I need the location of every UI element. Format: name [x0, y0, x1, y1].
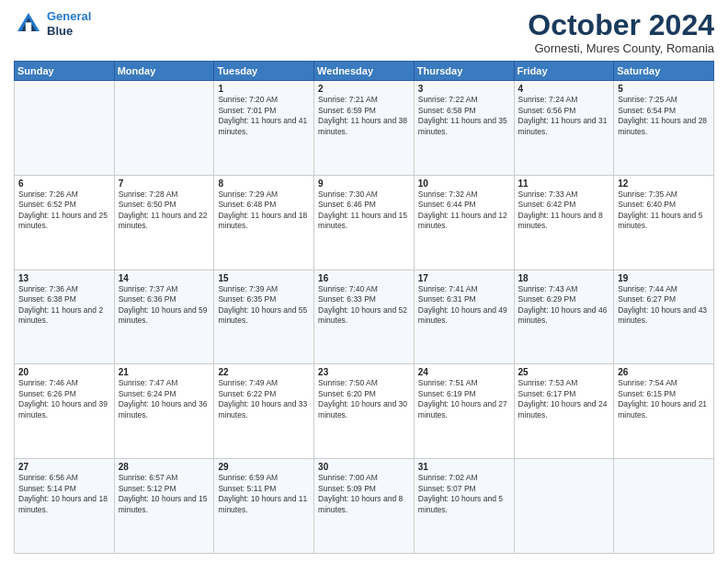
- calendar-cell: [15, 81, 115, 176]
- weekday-header-monday: Monday: [114, 62, 214, 81]
- day-number: 2: [318, 84, 410, 94]
- week-row-2: 6Sunrise: 7:26 AMSunset: 6:52 PMDaylight…: [15, 175, 714, 270]
- day-number: 3: [418, 84, 510, 94]
- cell-info: Sunrise: 7:35 AMSunset: 6:40 PMDaylight:…: [618, 190, 710, 232]
- day-number: 10: [418, 178, 510, 189]
- title-block: October 2024 Gornesti, Mures County, Rom…: [528, 9, 714, 55]
- day-number: 11: [518, 178, 610, 189]
- cell-info: Sunrise: 7:26 AMSunset: 6:52 PMDaylight:…: [18, 190, 110, 232]
- day-number: 5: [618, 84, 710, 94]
- logo-icon: [14, 9, 43, 39]
- calendar-cell: 15Sunrise: 7:39 AMSunset: 6:35 PMDayligh…: [214, 270, 314, 364]
- day-number: 13: [18, 273, 110, 283]
- cell-info: Sunrise: 7:53 AMSunset: 6:17 PMDaylight:…: [518, 378, 610, 420]
- day-number: 1: [218, 84, 310, 94]
- calendar-cell: 20Sunrise: 7:46 AMSunset: 6:26 PMDayligh…: [15, 364, 115, 459]
- day-number: 19: [618, 273, 710, 283]
- weekday-header-thursday: Thursday: [414, 62, 514, 81]
- day-number: 28: [119, 462, 210, 472]
- calendar-cell: 3Sunrise: 7:22 AMSunset: 6:58 PMDaylight…: [414, 81, 514, 176]
- weekday-header-sunday: Sunday: [15, 62, 115, 81]
- calendar-cell: 5Sunrise: 7:25 AMSunset: 6:54 PMDaylight…: [614, 81, 714, 176]
- calendar-cell: 18Sunrise: 7:43 AMSunset: 6:29 PMDayligh…: [514, 270, 614, 364]
- calendar-cell: 30Sunrise: 7:00 AMSunset: 5:09 PMDayligh…: [314, 459, 415, 554]
- calendar-cell: 1Sunrise: 7:20 AMSunset: 7:01 PMDaylight…: [214, 81, 314, 176]
- cell-info: Sunrise: 6:56 AMSunset: 5:14 PMDaylight:…: [18, 473, 110, 515]
- calendar-cell: 21Sunrise: 7:47 AMSunset: 6:24 PMDayligh…: [114, 364, 214, 459]
- calendar-cell: 8Sunrise: 7:29 AMSunset: 6:48 PMDaylight…: [214, 175, 314, 270]
- weekday-header-wednesday: Wednesday: [314, 62, 415, 81]
- cell-info: Sunrise: 7:25 AMSunset: 6:54 PMDaylight:…: [618, 95, 710, 137]
- cell-info: Sunrise: 7:44 AMSunset: 6:27 PMDaylight:…: [618, 284, 710, 327]
- logo: General Blue: [14, 9, 91, 39]
- cell-info: Sunrise: 7:00 AMSunset: 5:09 PMDaylight:…: [318, 473, 410, 515]
- week-row-4: 20Sunrise: 7:46 AMSunset: 6:26 PMDayligh…: [15, 364, 714, 459]
- day-number: 9: [318, 178, 410, 189]
- day-number: 30: [318, 462, 410, 472]
- day-number: 4: [518, 84, 610, 94]
- week-row-1: 1Sunrise: 7:20 AMSunset: 7:01 PMDaylight…: [15, 81, 714, 176]
- cell-info: Sunrise: 7:32 AMSunset: 6:44 PMDaylight:…: [418, 190, 510, 232]
- day-number: 29: [218, 462, 310, 472]
- cell-info: Sunrise: 7:46 AMSunset: 6:26 PMDaylight:…: [18, 378, 110, 420]
- day-number: 31: [418, 462, 510, 472]
- month-title: October 2024: [528, 9, 714, 41]
- cell-info: Sunrise: 7:41 AMSunset: 6:31 PMDaylight:…: [418, 284, 510, 327]
- cell-info: Sunrise: 7:50 AMSunset: 6:20 PMDaylight:…: [318, 378, 410, 420]
- cell-info: Sunrise: 7:33 AMSunset: 6:42 PMDaylight:…: [518, 190, 610, 232]
- day-number: 25: [518, 367, 610, 377]
- day-number: 24: [418, 367, 510, 377]
- day-number: 6: [18, 178, 110, 189]
- cell-info: Sunrise: 7:49 AMSunset: 6:22 PMDaylight:…: [218, 378, 310, 420]
- location: Gornesti, Mures County, Romania: [528, 41, 714, 55]
- weekday-header-row: SundayMondayTuesdayWednesdayThursdayFrid…: [15, 62, 714, 81]
- day-number: 21: [119, 367, 210, 377]
- day-number: 16: [318, 273, 410, 283]
- calendar-cell: 4Sunrise: 7:24 AMSunset: 6:56 PMDaylight…: [514, 81, 614, 176]
- week-row-5: 27Sunrise: 6:56 AMSunset: 5:14 PMDayligh…: [15, 459, 714, 554]
- day-number: 8: [218, 178, 310, 189]
- cell-info: Sunrise: 6:57 AMSunset: 5:12 PMDaylight:…: [119, 473, 210, 515]
- day-number: 18: [518, 273, 610, 283]
- cell-info: Sunrise: 7:43 AMSunset: 6:29 PMDaylight:…: [518, 284, 610, 327]
- calendar-cell: [614, 459, 714, 554]
- calendar-cell: 14Sunrise: 7:37 AMSunset: 6:36 PMDayligh…: [114, 270, 214, 364]
- calendar-cell: 10Sunrise: 7:32 AMSunset: 6:44 PMDayligh…: [414, 175, 514, 270]
- logo-text: General Blue: [47, 9, 91, 38]
- cell-info: Sunrise: 7:02 AMSunset: 5:07 PMDaylight:…: [418, 473, 510, 515]
- calendar-page: General Blue October 2024 Gornesti, Mure…: [0, 0, 728, 563]
- cell-info: Sunrise: 7:29 AMSunset: 6:48 PMDaylight:…: [218, 190, 310, 232]
- cell-info: Sunrise: 7:28 AMSunset: 6:50 PMDaylight:…: [119, 190, 210, 232]
- svg-rect-2: [26, 22, 31, 31]
- cell-info: Sunrise: 7:39 AMSunset: 6:35 PMDaylight:…: [218, 284, 310, 327]
- calendar-cell: 6Sunrise: 7:26 AMSunset: 6:52 PMDaylight…: [15, 175, 115, 270]
- calendar-cell: 22Sunrise: 7:49 AMSunset: 6:22 PMDayligh…: [214, 364, 314, 459]
- calendar-cell: 13Sunrise: 7:36 AMSunset: 6:38 PMDayligh…: [15, 270, 115, 364]
- calendar-cell: [514, 459, 614, 554]
- day-number: 12: [618, 178, 710, 189]
- day-number: 27: [18, 462, 110, 472]
- calendar-cell: 25Sunrise: 7:53 AMSunset: 6:17 PMDayligh…: [514, 364, 614, 459]
- day-number: 15: [218, 273, 310, 283]
- calendar-cell: 28Sunrise: 6:57 AMSunset: 5:12 PMDayligh…: [114, 459, 214, 554]
- weekday-header-tuesday: Tuesday: [214, 62, 314, 81]
- calendar-cell: 9Sunrise: 7:30 AMSunset: 6:46 PMDaylight…: [314, 175, 415, 270]
- calendar-cell: 31Sunrise: 7:02 AMSunset: 5:07 PMDayligh…: [414, 459, 514, 554]
- week-row-3: 13Sunrise: 7:36 AMSunset: 6:38 PMDayligh…: [15, 270, 714, 364]
- calendar-cell: 23Sunrise: 7:50 AMSunset: 6:20 PMDayligh…: [314, 364, 415, 459]
- calendar-cell: 2Sunrise: 7:21 AMSunset: 6:59 PMDaylight…: [314, 81, 415, 176]
- calendar-cell: 24Sunrise: 7:51 AMSunset: 6:19 PMDayligh…: [414, 364, 514, 459]
- calendar-cell: 11Sunrise: 7:33 AMSunset: 6:42 PMDayligh…: [514, 175, 614, 270]
- day-number: 20: [18, 367, 110, 377]
- cell-info: Sunrise: 7:36 AMSunset: 6:38 PMDaylight:…: [18, 284, 110, 327]
- calendar-cell: 26Sunrise: 7:54 AMSunset: 6:15 PMDayligh…: [614, 364, 714, 459]
- cell-info: Sunrise: 7:37 AMSunset: 6:36 PMDaylight:…: [119, 284, 210, 327]
- day-number: 7: [119, 178, 210, 189]
- day-number: 14: [119, 273, 210, 283]
- day-number: 17: [418, 273, 510, 283]
- cell-info: Sunrise: 7:47 AMSunset: 6:24 PMDaylight:…: [119, 378, 210, 420]
- calendar-cell: 29Sunrise: 6:59 AMSunset: 5:11 PMDayligh…: [214, 459, 314, 554]
- day-number: 23: [318, 367, 410, 377]
- cell-info: Sunrise: 7:22 AMSunset: 6:58 PMDaylight:…: [418, 95, 510, 137]
- cell-info: Sunrise: 7:40 AMSunset: 6:33 PMDaylight:…: [318, 284, 410, 327]
